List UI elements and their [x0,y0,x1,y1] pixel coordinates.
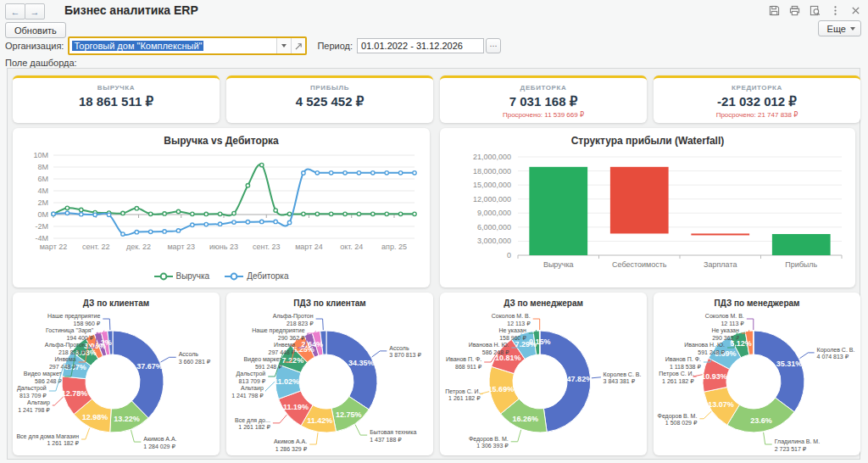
leader-line [308,331,316,333]
organization-field[interactable]: Торговый дом "Комплексный" [68,36,307,55]
data-point[interactable] [246,184,249,187]
donut-pct-label: 37.67% [136,362,163,371]
data-point[interactable] [385,212,388,215]
donut-ext-label-value: 1 261 182 ₽ [238,424,270,430]
data-point[interactable] [357,212,360,215]
back-button[interactable]: ← [5,3,25,20]
data-point[interactable] [260,220,264,223]
data-point[interactable] [413,171,416,175]
data-point[interactable] [218,222,221,226]
more-dots-icon[interactable] [829,4,841,16]
organization-open-button[interactable] [291,38,305,53]
data-point[interactable] [287,220,291,224]
data-point[interactable] [121,211,125,215]
organization-dropdown-button[interactable] [276,38,291,53]
data-point[interactable] [274,220,277,223]
filters-row: Организация: Торговый дом "Комплексный" … [5,37,501,54]
donut-ext-label-value: 12 113 ₽ [721,321,744,326]
data-point[interactable] [80,208,83,211]
data-point[interactable] [398,212,402,215]
kpi-label: ПРИБЫЛЬ [226,84,433,92]
period-picker-button[interactable]: ... [486,38,501,53]
data-point[interactable] [121,232,125,236]
data-point[interactable] [302,212,305,215]
data-point[interactable] [302,171,305,175]
data-point[interactable] [329,212,332,215]
data-point[interactable] [163,230,166,233]
donut-ext-label-name: Бытовая техника [370,429,416,435]
data-point[interactable] [246,220,249,224]
data-point[interactable] [191,223,194,226]
legend-item-revenue[interactable]: Выручка [154,271,210,281]
data-point[interactable] [218,212,221,215]
data-point[interactable] [413,212,416,215]
print-icon[interactable] [788,4,800,16]
waterfall-bar[interactable] [529,167,587,255]
data-point[interactable] [107,213,110,216]
axis-label: 4M [37,187,48,195]
data-point[interactable] [315,171,319,175]
forward-button[interactable]: → [25,3,45,20]
data-point[interactable] [232,211,236,215]
data-point[interactable] [148,230,152,233]
donut-ext-label-value: 1 241 798 ₽ [18,407,50,413]
kpi-card-payables: КРЕДИТОРКА -21 032 012 ₽ Просрочено: 21 … [654,75,860,123]
close-icon[interactable] [849,4,861,16]
donut-ext-label-value: 1 437 188 ₽ [370,437,402,443]
donut-ext-label-value: 2 723 517 ₽ [775,446,807,452]
donut-slice[interactable] [113,331,164,418]
data-point[interactable] [274,209,277,212]
data-point[interactable] [357,171,360,175]
donut-slice[interactable] [326,331,377,410]
data-point[interactable] [232,220,236,224]
preview-icon[interactable] [809,4,821,16]
data-point[interactable] [329,171,332,175]
data-point[interactable] [398,171,402,175]
data-point[interactable] [191,212,194,215]
data-point[interactable] [371,212,375,215]
donut-pct-label: 13.22% [114,415,140,423]
leader-line [592,377,601,378]
data-point[interactable] [65,211,69,215]
leader-line [103,319,110,330]
donut-pct-label: 11.19% [283,403,309,411]
data-point[interactable] [148,212,152,215]
donut-card-dz-managers: ДЗ по менеджерам 47.82%16.26%15.69%10.81… [440,293,647,455]
data-point[interactable] [343,171,347,175]
data-point[interactable] [371,171,375,175]
save-icon[interactable] [768,4,780,16]
data-point[interactable] [176,209,180,213]
donut-ext-label-name: Королев С. В. [604,371,642,378]
data-point[interactable] [287,212,291,215]
donut-pct-label: 16.26% [513,415,539,423]
data-point[interactable] [204,212,208,215]
data-point[interactable] [163,212,166,215]
data-point[interactable] [135,230,138,233]
data-point[interactable] [135,206,138,209]
donut-slice[interactable] [754,331,804,412]
data-point[interactable] [385,171,388,175]
data-point[interactable] [176,229,180,232]
more-button[interactable]: Еще [818,20,861,36]
data-point[interactable] [260,163,264,166]
axis-label: Зарплата [704,260,737,269]
kpi-card-revenue: ВЫРУЧКА 18 861 511 ₽ [13,75,220,123]
data-point[interactable] [93,213,97,216]
data-point[interactable] [80,212,83,215]
legend-item-receivables[interactable]: Дебиторка [225,271,288,281]
waterfall-bar[interactable] [772,234,831,255]
data-point[interactable] [315,212,319,215]
axis-label: 18,000,000 [473,167,511,176]
data-point[interactable] [343,212,347,215]
data-point[interactable] [204,222,208,226]
waterfall-bar[interactable] [610,167,669,234]
data-point[interactable] [52,212,55,215]
organization-value[interactable]: Торговый дом "Комплексный" [72,41,203,51]
period-field[interactable]: 01.01.2022 - 31.12.2026 [357,38,484,53]
donut-pct-label: 35.31% [776,360,803,368]
leader-line [131,430,142,442]
kpi-value: 18 861 511 ₽ [13,94,220,109]
data-point[interactable] [65,206,69,209]
waterfall-bar[interactable] [691,233,749,235]
refresh-button[interactable]: Обновить [5,22,66,38]
